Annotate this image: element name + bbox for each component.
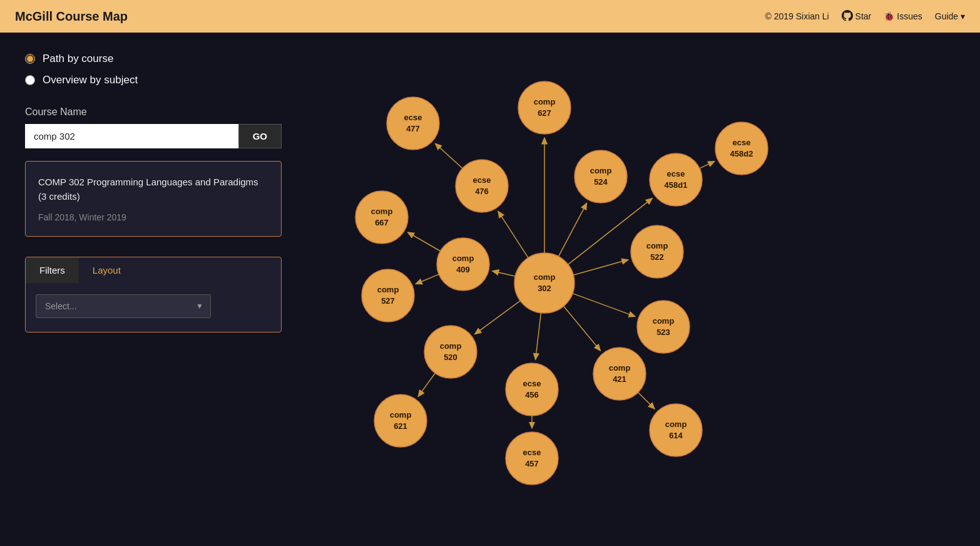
graph-edge <box>536 313 541 360</box>
issues-label: Issues <box>897 11 922 21</box>
graph-node-ecse477[interactable]: ecse477 <box>387 97 439 150</box>
issues-link[interactable]: 🐞 Issues <box>884 11 922 21</box>
go-button[interactable]: GO <box>238 124 282 148</box>
overview-by-subject-label: Overview by subject <box>43 74 138 86</box>
node-label-line1: comp <box>590 166 612 175</box>
node-label-line1: comp <box>377 285 399 294</box>
course-card: COMP 302 Programming Languages and Parad… <box>25 161 282 237</box>
node-circle <box>355 191 408 244</box>
graph-node-ecse476[interactable]: ecse476 <box>456 160 508 212</box>
graph-edge <box>700 162 715 168</box>
node-circle <box>374 394 427 447</box>
node-circle <box>362 269 414 322</box>
graph-node-comp520[interactable]: comp520 <box>424 326 477 378</box>
view-mode-group: Path by course Overview by subject <box>25 53 282 86</box>
graph-edge <box>416 274 439 284</box>
node-label-line2: 457 <box>525 459 539 468</box>
graph-edge <box>573 260 628 275</box>
node-label-line1: comp <box>371 207 393 216</box>
graph-node-ecse458d1[interactable]: ecse458d1 <box>650 153 702 206</box>
graph-node-comp522[interactable]: comp522 <box>631 225 683 278</box>
node-circle <box>514 253 574 313</box>
node-label-line2: 409 <box>456 265 470 274</box>
node-label-line2: 527 <box>381 296 395 306</box>
graph-edge <box>558 203 586 256</box>
node-label-line1: comp <box>390 410 412 420</box>
node-circle <box>506 432 558 485</box>
node-circle <box>574 150 627 203</box>
node-label-line1: ecse <box>473 175 491 185</box>
node-label-line1: comp <box>534 97 556 106</box>
graph-edge <box>475 301 521 334</box>
node-label-line2: 667 <box>375 218 389 227</box>
overview-by-subject-option[interactable]: Overview by subject <box>25 74 282 86</box>
search-input[interactable] <box>25 124 238 148</box>
graph-node-comp627[interactable]: comp627 <box>518 81 571 134</box>
node-label-line1: comp <box>534 272 556 282</box>
star-link[interactable]: Star <box>842 10 872 23</box>
node-circle <box>387 97 439 150</box>
guide-label: Guide ▾ <box>935 11 965 21</box>
graph-node-comp421[interactable]: comp421 <box>593 348 646 400</box>
graph-node-comp527[interactable]: comp527 <box>362 269 414 322</box>
graph-node-comp614[interactable]: comp614 <box>650 404 702 456</box>
node-circle <box>650 153 702 206</box>
header: McGill Course Map © 2019 Sixian Li Star … <box>0 0 980 33</box>
node-label-line2: 458d2 <box>730 149 753 158</box>
graph-edge <box>493 271 515 276</box>
graph-node-ecse456[interactable]: ecse456 <box>506 363 558 416</box>
path-by-course-radio[interactable] <box>25 54 35 64</box>
node-label-line2: 520 <box>444 353 457 362</box>
graph-edge <box>573 294 635 317</box>
node-circle <box>424 326 477 378</box>
node-circle <box>637 301 690 353</box>
filters-card: Filters Layout Select... ▼ <box>25 257 282 332</box>
node-label-line2: 627 <box>538 108 551 118</box>
graph-node-ecse458d2[interactable]: ecse458d2 <box>715 122 768 175</box>
node-label-line1: comp <box>665 420 687 429</box>
course-card-title: COMP 302 Programming Languages and Parad… <box>38 175 268 203</box>
node-label-line1: ecse <box>523 379 541 388</box>
github-icon <box>842 10 853 23</box>
guide-link[interactable]: Guide ▾ <box>935 11 965 21</box>
node-circle <box>456 160 508 212</box>
node-circle <box>650 404 702 456</box>
course-card-semester: Fall 2018, Winter 2019 <box>38 212 268 222</box>
node-label-line2: 614 <box>669 431 683 440</box>
node-label-line1: ecse <box>404 113 422 122</box>
path-by-course-option[interactable]: Path by course <box>25 53 282 65</box>
node-label-line2: 522 <box>650 252 664 262</box>
filters-tab[interactable]: Filters <box>26 257 79 283</box>
graph-node-comp523[interactable]: comp523 <box>637 301 690 353</box>
copyright-text: © 2019 Sixian Li <box>765 11 829 21</box>
graph-node-comp409[interactable]: comp409 <box>437 238 489 291</box>
graph-edge <box>436 143 462 168</box>
node-circle <box>593 348 646 400</box>
star-label: Star <box>855 11 872 21</box>
filters-body: Select... ▼ <box>26 283 281 332</box>
node-label-line1: ecse <box>667 169 685 178</box>
graph-node-comp524[interactable]: comp524 <box>574 150 627 203</box>
layout-tab[interactable]: Layout <box>79 257 135 283</box>
node-label-line1: ecse <box>523 448 541 457</box>
filter-select[interactable]: Select... <box>36 294 211 318</box>
node-label-line2: 456 <box>525 390 539 399</box>
graph-node-ecse457[interactable]: ecse457 <box>506 432 558 485</box>
graph-node-comp302[interactable]: comp302 <box>514 253 574 313</box>
graph-edge <box>498 211 528 257</box>
node-circle <box>631 225 683 278</box>
node-label-line2: 476 <box>475 187 489 196</box>
node-label-line2: 421 <box>613 374 626 384</box>
overview-by-subject-radio[interactable] <box>25 75 35 85</box>
filters-tabs: Filters Layout <box>26 257 281 283</box>
node-circle <box>506 363 558 416</box>
header-nav: © 2019 Sixian Li Star 🐞 Issues Guide ▾ <box>765 10 965 23</box>
graph-edge <box>418 373 435 396</box>
graph-node-comp667[interactable]: comp667 <box>355 191 408 244</box>
node-label-line2: 523 <box>656 327 670 337</box>
node-label-line1: comp <box>609 363 631 373</box>
graph-node-comp621[interactable]: comp621 <box>374 394 427 447</box>
node-label-line1: comp <box>440 341 462 351</box>
node-label-line2: 621 <box>394 421 407 431</box>
node-label-line2: 302 <box>538 284 551 293</box>
